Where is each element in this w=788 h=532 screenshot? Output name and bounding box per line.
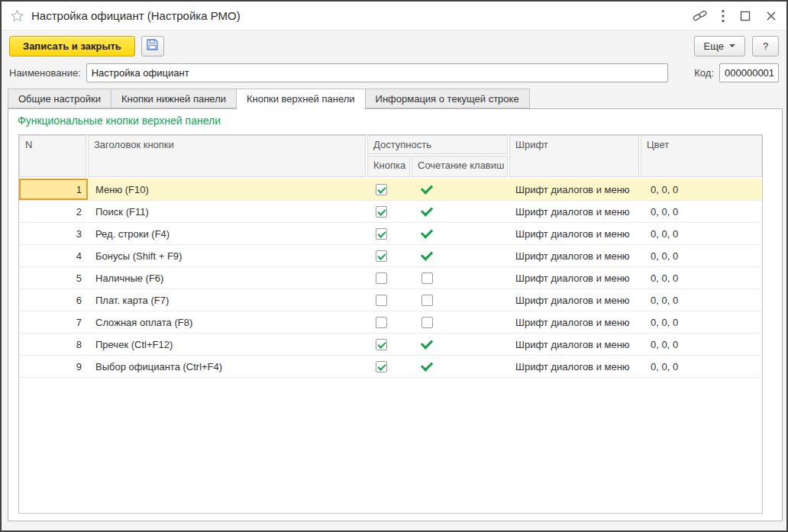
shortcut-enabled-cell[interactable] (412, 311, 509, 333)
color-cell[interactable]: 0, 0, 0 (641, 267, 762, 289)
row-number-cell[interactable]: 2 (19, 201, 88, 222)
button-enabled-checkbox[interactable] (376, 295, 387, 306)
table-row[interactable]: 5Наличные (F6)Шрифт диалогов и меню0, 0,… (19, 267, 762, 289)
button-caption-cell[interactable]: Наличные (F6) (88, 267, 367, 289)
column-header-shortcut[interactable]: Сочетание клавиш (412, 156, 509, 179)
table-row[interactable]: 8Пречек (Ctl+F12)Шрифт диалогов и меню0,… (19, 334, 762, 356)
button-caption-cell[interactable]: Пречек (Ctl+F12) (88, 334, 367, 355)
table-row[interactable]: 9Выбор официанта (Ctrl+F4)Шрифт диалогов… (19, 356, 762, 378)
shortcut-enabled-cell[interactable] (412, 289, 509, 311)
button-enabled-cell[interactable] (367, 311, 412, 333)
column-header-num[interactable]: N (19, 135, 88, 179)
button-caption-cell[interactable]: Плат. карта (F7) (88, 289, 367, 311)
shortcut-enabled-cell[interactable] (412, 179, 509, 200)
column-header-color[interactable]: Цвет (641, 135, 762, 179)
button-enabled-checkbox[interactable] (376, 250, 387, 262)
font-cell[interactable]: Шрифт диалогов и меню (509, 267, 641, 289)
tab-general-settings[interactable]: Общие настройки (8, 89, 111, 108)
shortcut-enabled-check-icon[interactable] (421, 337, 433, 349)
maximize-icon[interactable] (739, 10, 751, 22)
row-number-cell[interactable]: 5 (19, 267, 88, 289)
menu-dots-icon[interactable] (721, 9, 725, 23)
button-enabled-cell[interactable] (367, 179, 412, 200)
tab-bottom-panel-buttons[interactable]: Кнопки нижней панели (111, 89, 237, 108)
save-button[interactable] (141, 36, 164, 56)
table-row[interactable]: 2Поиск (F11)Шрифт диалогов и меню0, 0, 0 (19, 201, 762, 223)
column-header-font[interactable]: Шрифт (509, 135, 641, 179)
table-row[interactable]: 7Сложная оплата (F8)Шрифт диалогов и мен… (19, 311, 762, 334)
shortcut-enabled-cell[interactable] (412, 245, 509, 266)
button-enabled-cell[interactable] (367, 223, 412, 244)
table-row[interactable]: 4Бонусы (Shift + F9)Шрифт диалогов и мен… (19, 245, 762, 267)
button-enabled-checkbox[interactable] (376, 228, 387, 240)
column-header-button[interactable]: Кнопка (367, 156, 412, 179)
shortcut-enabled-check-icon[interactable] (421, 359, 433, 371)
shortcut-enabled-check-icon[interactable] (421, 248, 433, 260)
button-enabled-cell[interactable] (367, 356, 412, 377)
table-row[interactable]: 6Плат. карта (F7)Шрифт диалогов и меню0,… (19, 289, 762, 311)
button-enabled-checkbox[interactable] (376, 339, 387, 350)
name-input[interactable] (86, 63, 669, 82)
font-cell[interactable]: Шрифт диалогов и меню (509, 334, 641, 355)
color-cell[interactable]: 0, 0, 0 (641, 245, 762, 266)
button-caption-cell[interactable]: Выбор официанта (Ctrl+F4) (88, 356, 367, 377)
close-icon[interactable] (765, 10, 777, 22)
save-and-close-button[interactable]: Записать и закрыть (9, 36, 135, 56)
shortcut-enabled-check-icon[interactable] (421, 182, 433, 194)
color-cell[interactable]: 0, 0, 0 (641, 311, 762, 333)
button-enabled-cell[interactable] (367, 289, 412, 311)
row-number-cell[interactable]: 3 (19, 223, 88, 244)
row-number-cell[interactable]: 1 (19, 179, 88, 200)
font-cell[interactable]: Шрифт диалогов и меню (509, 245, 641, 266)
column-header-availability[interactable]: Доступность (367, 135, 509, 156)
font-cell[interactable]: Шрифт диалогов и меню (509, 356, 641, 377)
button-caption-cell[interactable]: Поиск (F11) (88, 201, 367, 222)
shortcut-enabled-cell[interactable] (412, 201, 509, 222)
button-enabled-checkbox[interactable] (376, 272, 387, 284)
row-number-cell[interactable]: 6 (19, 289, 88, 311)
shortcut-enabled-cell[interactable] (412, 267, 509, 289)
shortcut-enabled-cell[interactable] (412, 334, 509, 355)
button-enabled-cell[interactable] (367, 245, 412, 266)
button-caption-cell[interactable]: Бонусы (Shift + F9) (88, 245, 367, 266)
code-input[interactable] (719, 63, 779, 82)
font-cell[interactable]: Шрифт диалогов и меню (509, 201, 641, 222)
shortcut-enabled-checkbox[interactable] (421, 317, 433, 328)
row-number-cell[interactable]: 8 (19, 334, 88, 355)
more-button[interactable]: Еще (694, 36, 745, 56)
font-cell[interactable]: Шрифт диалогов и меню (509, 289, 641, 311)
color-cell[interactable]: 0, 0, 0 (641, 289, 762, 311)
button-caption-cell[interactable]: Сложная оплата (F8) (88, 311, 367, 333)
help-button[interactable]: ? (752, 36, 779, 56)
table-row[interactable]: 3Ред. строки (F4)Шрифт диалогов и меню0,… (19, 223, 762, 245)
link-icon[interactable] (693, 8, 707, 23)
table-row[interactable]: 1Меню (F10)Шрифт диалогов и меню0, 0, 0 (19, 179, 762, 201)
row-number-cell[interactable]: 4 (19, 245, 88, 266)
shortcut-enabled-cell[interactable] (412, 356, 509, 377)
color-cell[interactable]: 0, 0, 0 (641, 179, 762, 200)
color-cell[interactable]: 0, 0, 0 (641, 356, 762, 377)
button-caption-cell[interactable]: Меню (F10) (88, 179, 367, 200)
button-enabled-cell[interactable] (367, 267, 412, 289)
row-number-cell[interactable]: 7 (19, 311, 88, 333)
tab-top-panel-buttons[interactable]: Кнопки верхней панели (236, 89, 366, 110)
button-enabled-cell[interactable] (367, 201, 412, 222)
button-enabled-checkbox[interactable] (376, 317, 387, 328)
font-cell[interactable]: Шрифт диалогов и меню (509, 223, 641, 244)
row-number-cell[interactable]: 9 (19, 356, 88, 377)
button-enabled-cell[interactable] (367, 334, 412, 355)
button-enabled-checkbox[interactable] (376, 361, 387, 372)
shortcut-enabled-cell[interactable] (412, 223, 509, 244)
button-caption-cell[interactable]: Ред. строки (F4) (88, 223, 367, 244)
shortcut-enabled-checkbox[interactable] (421, 272, 433, 284)
shortcut-enabled-check-icon[interactable] (421, 226, 433, 238)
tab-current-row-info[interactable]: Информация о текущей строке (365, 89, 530, 108)
button-enabled-checkbox[interactable] (376, 206, 387, 218)
color-cell[interactable]: 0, 0, 0 (641, 201, 762, 222)
column-header-caption[interactable]: Заголовок кнопки (88, 135, 367, 179)
font-cell[interactable]: Шрифт диалогов и меню (509, 311, 641, 333)
color-cell[interactable]: 0, 0, 0 (641, 334, 762, 355)
font-cell[interactable]: Шрифт диалогов и меню (509, 179, 641, 200)
favorite-star-icon[interactable] (11, 9, 24, 22)
button-enabled-checkbox[interactable] (376, 184, 387, 195)
